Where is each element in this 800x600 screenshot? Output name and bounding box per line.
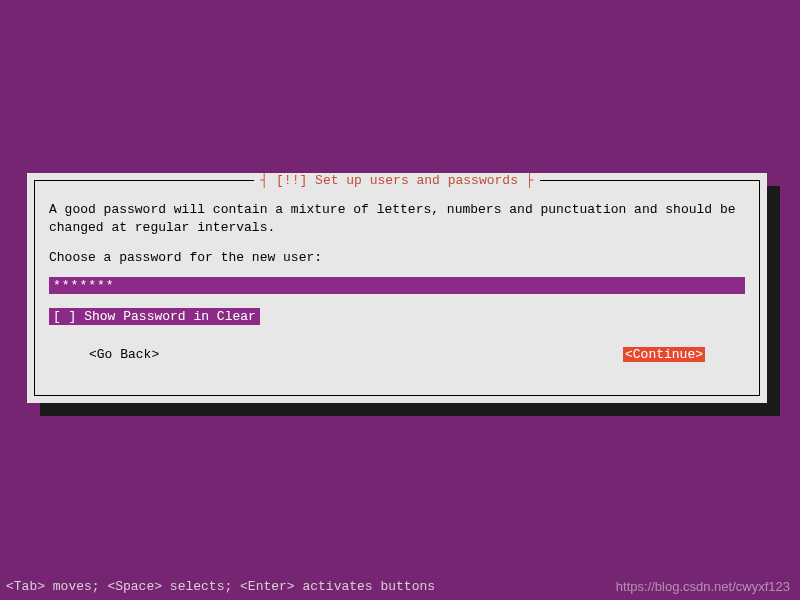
alert-icon: [!!] xyxy=(276,173,307,188)
password-prompt: Choose a password for the new user: xyxy=(49,250,745,265)
help-text: A good password will contain a mixture o… xyxy=(49,201,745,236)
dialog-title: ┤ [!!] Set up users and passwords ├ xyxy=(254,173,539,188)
watermark: https://blog.csdn.net/cwyxf123 xyxy=(616,579,790,594)
dialog-frame: ┤ [!!] Set up users and passwords ├ A go… xyxy=(34,180,760,396)
go-back-button[interactable]: <Go Back> xyxy=(89,347,159,362)
nav-row: <Go Back> <Continue> xyxy=(49,347,745,362)
footer-hint: <Tab> moves; <Space> selects; <Enter> ac… xyxy=(6,579,435,594)
checkbox-icon: [ ] xyxy=(53,309,76,324)
continue-button[interactable]: <Continue> xyxy=(623,347,705,362)
checkbox-label: Show Password in Clear xyxy=(84,309,256,324)
dialog-title-wrap: ┤ [!!] Set up users and passwords ├ xyxy=(35,173,759,188)
password-input[interactable]: ******* xyxy=(49,277,745,294)
dialog-title-text: Set up users and passwords xyxy=(315,173,518,188)
installer-dialog: ┤ [!!] Set up users and passwords ├ A go… xyxy=(27,173,767,403)
show-password-checkbox[interactable]: [ ] Show Password in Clear xyxy=(49,308,260,325)
